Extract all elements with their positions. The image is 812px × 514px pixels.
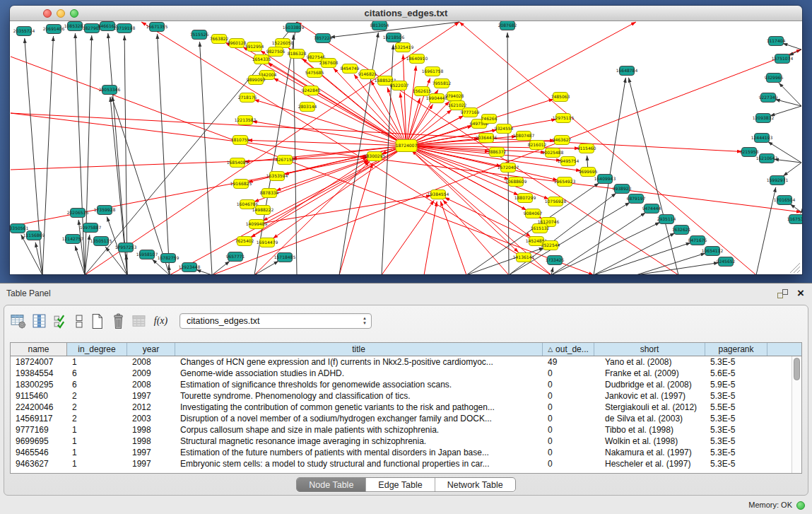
graph-edge <box>775 99 801 106</box>
graph-node-label: 19218506 <box>383 35 405 40</box>
network-graph[interactable]: 2035572420691406108532871827902646616210… <box>10 21 802 274</box>
header-out-degree[interactable]: △out_de... <box>543 343 594 356</box>
graph-node-label: 10688609 <box>505 179 527 184</box>
tab-node-table[interactable]: Node Table <box>297 478 365 491</box>
graph-node-label: 11156869 <box>23 233 45 238</box>
graph-node-label: 1621022 <box>448 103 467 107</box>
graph-node-label: 9227349 <box>759 95 778 100</box>
header-title[interactable]: title <box>175 343 543 356</box>
graph-node-label: 9245652 <box>717 259 736 264</box>
graph-node-label: 10975887 <box>80 225 102 230</box>
clear-selection-button[interactable] <box>73 313 85 330</box>
table-row[interactable]: 1938455462009Genome-wide association stu… <box>11 368 801 379</box>
header-in-degree[interactable]: in_degree <box>67 343 127 356</box>
graph-edge <box>297 22 678 274</box>
network-table-selector[interactable]: citations_edges.txt ▲▼ <box>180 313 372 329</box>
graph-node-label: 1615132 <box>531 226 550 230</box>
graph-node-label: 8471676 <box>688 238 707 243</box>
header-pagerank[interactable]: pagerank <box>705 343 767 356</box>
graph-node-label: 9146821 <box>358 71 377 76</box>
graph-node-label: 8960128 <box>228 40 247 45</box>
window-resize-grip[interactable] <box>790 263 800 273</box>
close-panel-button[interactable]: × <box>797 285 804 302</box>
memory-status-icon[interactable] <box>796 501 805 510</box>
graph-node-label: 8267150 <box>276 157 295 162</box>
graph-node-label: 7485063 <box>551 94 570 99</box>
graph-node-label: 9329966 <box>765 75 784 80</box>
graph-node-label: 16648784 <box>616 68 638 73</box>
graph-edge <box>779 83 801 106</box>
graph-node-label: 14099489 <box>246 221 268 226</box>
delete-column-button[interactable] <box>110 313 127 330</box>
graph-node-label: 2803144 <box>298 104 317 109</box>
table-row[interactable]: 911546021997Tourette syndrome. Phenomeno… <box>11 390 801 402</box>
graph-edge <box>636 253 705 274</box>
graph-node-label: 12923448 <box>179 264 201 269</box>
graph-node-label: 19654923 <box>554 179 576 184</box>
graph-node-label: 9699695 <box>579 169 598 174</box>
import-table-icon-disabled <box>131 313 148 329</box>
graph-node-label: 2718176 <box>238 95 257 100</box>
table-row[interactable]: 1872400712008Changes of HCN gene express… <box>11 356 801 368</box>
table-panel-title: Table Panel <box>6 288 51 298</box>
graph-edge <box>551 267 553 274</box>
graph-node-label: 15720407 <box>498 165 519 170</box>
graph-node-label: 16046786 <box>237 201 259 206</box>
graph-node-label: 16033809 <box>283 25 305 30</box>
table-row[interactable]: 946554611997Estimation of the future num… <box>11 447 801 458</box>
tab-network-table[interactable]: Network Table <box>435 478 515 491</box>
table-row[interactable]: 977716911998Corpus callosum shape and si… <box>11 424 801 436</box>
select-all-button[interactable] <box>52 313 70 330</box>
function-builder-button[interactable]: f(x) <box>152 313 170 330</box>
graph-node-label: 10025488 <box>542 150 564 155</box>
graph-node-label: 15226058 <box>272 40 294 45</box>
select-columns-button[interactable] <box>31 313 49 330</box>
table-row[interactable]: 1830029562008Estimation of significance … <box>11 379 801 390</box>
graph-node-label: 16854085 <box>227 160 249 165</box>
sort-ascending-icon: △ <box>548 346 553 353</box>
graph-edge <box>124 35 127 274</box>
float-icon-front <box>782 289 788 295</box>
graph-node-label: 1654335 <box>252 57 271 62</box>
graph-node-label: 9115460 <box>577 146 596 151</box>
graph-edge <box>507 33 509 274</box>
header-short[interactable]: short <box>594 343 705 356</box>
graph-node-label: 8938923 <box>613 186 632 191</box>
graph-node-label: 17957253 <box>115 245 137 250</box>
graph-node-label: 10654112 <box>702 248 724 253</box>
graph-edge <box>628 78 678 274</box>
table-row[interactable]: 2242004622012Investigating the contribut… <box>11 402 801 413</box>
table-row[interactable]: 946362711997Embryonic stem cells: a mode… <box>11 458 801 469</box>
table-options-button[interactable] <box>10 313 28 330</box>
table-toolbar: f(x) citations_edges.txt ▲▼ <box>10 310 372 332</box>
graph-node-label: 8454749 <box>341 66 360 71</box>
float-panel-button[interactable] <box>777 289 788 298</box>
graph-node-label: 12142757 <box>62 236 84 241</box>
graph-node-label: 2087682 <box>498 23 517 28</box>
table-row[interactable]: 969969511998Structural magnetic resonanc… <box>11 436 801 447</box>
table-scrollbar[interactable] <box>792 356 801 473</box>
tab-edge-table[interactable]: Edge Table <box>365 478 434 491</box>
window-titlebar[interactable]: citations_edges.txt <box>10 6 802 21</box>
table-scrollbar-thumb[interactable] <box>794 358 800 380</box>
graph-edge <box>406 146 519 252</box>
header-name[interactable]: name <box>11 343 67 356</box>
table-panel-body: f(x) citations_edges.txt ▲▼ name in_degr… <box>4 305 808 496</box>
graph-node-label: 14988222 <box>252 207 274 212</box>
graph-node-label: 8813054 <box>370 23 389 28</box>
graph-node-label: 10719198 <box>114 25 136 30</box>
graph-edge <box>443 200 509 274</box>
import-table-button[interactable] <box>131 313 148 330</box>
network-canvas[interactable]: 2035572420691406108532871827902646616210… <box>10 21 802 274</box>
new-column-button[interactable] <box>88 313 106 330</box>
graph-node-label: 17016504 <box>774 197 796 202</box>
fx-icon: f(x) <box>152 315 170 327</box>
graph-node-label: 15325419 <box>392 45 414 49</box>
graph-node-label: 20053346 <box>99 87 121 92</box>
header-year[interactable]: year <box>127 343 175 356</box>
graph-node-label: 8522037 <box>390 83 409 88</box>
graph-node-label: 20355724 <box>13 28 35 33</box>
table-row[interactable]: 1456911722003Disruption of a novel membe… <box>11 413 801 424</box>
graph-node-label: 7857224 <box>314 35 333 40</box>
table-rows: 1872400712008Changes of HCN gene express… <box>11 356 801 469</box>
